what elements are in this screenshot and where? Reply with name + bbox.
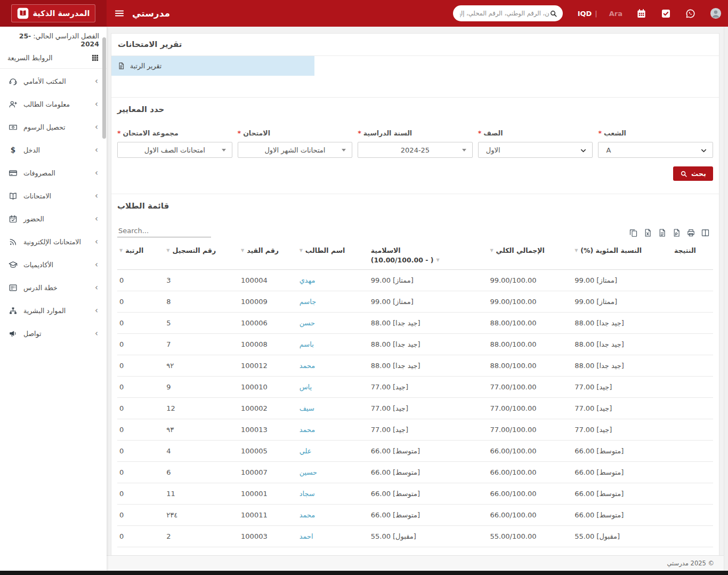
col-percentage[interactable]: ▼النسبة المئوية (%)	[572, 242, 657, 270]
currency-selector[interactable]: IQD	[578, 10, 592, 18]
student-name-link[interactable]: حسن	[300, 319, 316, 327]
cell-result	[657, 334, 713, 355]
cell-student-name: محمد	[297, 419, 369, 441]
col-total[interactable]: ▼الإجمالي الكلي	[488, 242, 572, 270]
logo-area[interactable]: المدرسة الذكية	[0, 0, 107, 27]
print-icon[interactable]	[686, 228, 695, 237]
required-asterisk: *	[598, 129, 602, 137]
student-name-link[interactable]: حسين	[300, 468, 317, 476]
exam-group-select[interactable]: امتحانات الصف الاول	[117, 142, 232, 158]
student-name-link[interactable]: سيف	[300, 404, 314, 412]
columns-icon[interactable]	[701, 228, 710, 237]
student-name-link[interactable]: احمد	[300, 532, 313, 540]
sidebar-item[interactable]: الموارد البشرية ‹	[0, 299, 107, 322]
col-admission[interactable]: ▼رقم القيد	[239, 242, 297, 270]
sidebar-item[interactable]: تحصيل الرسوم ‹	[0, 116, 107, 139]
lesson-plan-icon	[9, 283, 18, 292]
file-text-icon[interactable]	[658, 228, 667, 237]
student-name-link[interactable]: جاسم	[300, 298, 317, 306]
cell-result	[657, 526, 713, 547]
hierarchy-icon	[9, 306, 18, 315]
student-name-link[interactable]: علي	[300, 447, 312, 455]
cell-admission: 100010	[239, 377, 297, 398]
sidebar-item[interactable]: الدخل ‹	[0, 139, 107, 162]
col-subject-islamic[interactable]: الاسلامية (10.00/100.00 - )▼	[369, 242, 488, 270]
table-row: 0 2 100003 احمد 55.00[مقبول] 55.00/100.0…	[117, 526, 713, 547]
student-name-link[interactable]: مهدي	[300, 276, 316, 284]
exam-select[interactable]: امتحانات الشهر الاول	[238, 142, 353, 158]
sidebar-item[interactable]: الحضور ‹	[0, 207, 107, 230]
sidebar-item[interactable]: معلومات الطالب ‹	[0, 93, 107, 116]
col-result: النتيجة	[657, 242, 713, 270]
cell-subject-mark: 66.00[متوسط]	[369, 441, 488, 462]
quick-links-grid-icon[interactable]	[91, 54, 99, 62]
cell-result	[657, 355, 713, 377]
academic-year-select[interactable]: 2024-25	[358, 142, 473, 158]
cell-admission: 100008	[239, 334, 297, 355]
cell-subject-mark: 88.00[جيد جدا]	[369, 334, 488, 355]
sort-icon: ▼	[241, 246, 244, 254]
copy-icon[interactable]	[629, 228, 638, 237]
sidebar-item[interactable]: المصروفات ‹	[0, 162, 107, 185]
cell-student-name: باسم	[297, 334, 369, 355]
sidebar-item-label: المصروفات	[23, 169, 55, 177]
table-search-input[interactable]	[117, 225, 211, 237]
cell-rank: 0	[117, 526, 164, 547]
required-asterisk: *	[358, 129, 361, 137]
cell-result	[657, 270, 713, 291]
cell-student-name: محمد	[297, 505, 369, 526]
sidebar-item-label: الدخل	[23, 146, 40, 154]
student-name-link[interactable]: محمد	[300, 511, 316, 519]
cell-result	[657, 291, 713, 313]
student-name-link[interactable]: محمد	[300, 362, 316, 370]
cell-subject-mark: 66.00[متوسط]	[369, 505, 488, 526]
student-name-link[interactable]: محمد	[300, 426, 316, 434]
hamburger-menu-icon[interactable]	[114, 8, 125, 19]
sidebar-item[interactable]: خطة الدرس ‹	[0, 276, 107, 299]
class-select[interactable]: الاول	[478, 142, 593, 158]
global-search[interactable]	[453, 5, 563, 21]
sidebar-item[interactable]: تواصل ‹	[0, 322, 107, 345]
whatsapp-icon[interactable]	[685, 9, 695, 19]
pdf-icon[interactable]	[672, 228, 681, 237]
col-rank[interactable]: ▼الرتبة	[117, 242, 164, 270]
table-row: 0 8 100009 جاسم 99.00[ممتاز] 99.00/100.0…	[117, 291, 713, 313]
table-row: 0 12 100002 سيف 77.00[جيد] 77.00/100.00 …	[117, 398, 713, 419]
logo: المدرسة الذكية	[11, 4, 96, 22]
sidebar-scrollbar[interactable]	[102, 37, 106, 139]
excel-icon[interactable]	[643, 228, 652, 237]
export-toolbar	[629, 228, 713, 237]
search-button[interactable]: بحث	[673, 166, 713, 181]
page-scrollbar[interactable]	[724, 27, 728, 571]
student-name-link[interactable]: باسم	[300, 340, 314, 348]
tasks-check-icon[interactable]	[661, 9, 671, 19]
search-icon[interactable]	[549, 10, 557, 18]
col-student-name[interactable]: ▼اسم الطالب	[297, 242, 369, 270]
language-selector[interactable]: Ara	[609, 10, 622, 18]
required-asterisk: *	[478, 129, 482, 137]
headset-icon	[9, 77, 18, 86]
sidebar-menu: المكتب الأمامي ‹ معلومات الطالب ‹ تحصيل …	[0, 69, 107, 345]
report-card: تقرير الامتحانات تقرير الرتبة حدد المعاي…	[111, 33, 719, 561]
chevron-left-icon: ‹	[95, 77, 98, 85]
sidebar-item[interactable]: الامتحانات الإلكترونية ‹	[0, 230, 107, 253]
global-search-input[interactable]	[460, 10, 549, 17]
sidebar-item[interactable]: المكتب الأمامي ‹	[0, 70, 107, 93]
cell-registration: 12	[164, 398, 239, 419]
col-registration[interactable]: ▼رقم التسجيل	[164, 242, 239, 270]
cell-rank: 0	[117, 291, 164, 313]
brand-name: المدرسة الذكية	[33, 9, 90, 18]
cell-admission: 100013	[239, 419, 297, 441]
cell-rank: 0	[117, 483, 164, 505]
student-name-link[interactable]: سجاد	[300, 490, 315, 498]
sidebar-item[interactable]: الامتحانات ‹	[0, 185, 107, 207]
sidebar-item[interactable]: الأكاديميات ‹	[0, 253, 107, 276]
section-select[interactable]: A	[598, 142, 713, 158]
student-name-link[interactable]: ياس	[300, 383, 312, 391]
sidebar-item-label: تحصيل الرسوم	[23, 123, 65, 131]
graduation-cap-icon	[9, 260, 18, 269]
user-avatar[interactable]	[710, 7, 722, 19]
calendar-icon[interactable]	[636, 9, 646, 19]
sidebar-item-label: الامتحانات الإلكترونية	[23, 238, 81, 246]
tab-rank-report[interactable]: تقرير الرتبة	[111, 56, 314, 76]
